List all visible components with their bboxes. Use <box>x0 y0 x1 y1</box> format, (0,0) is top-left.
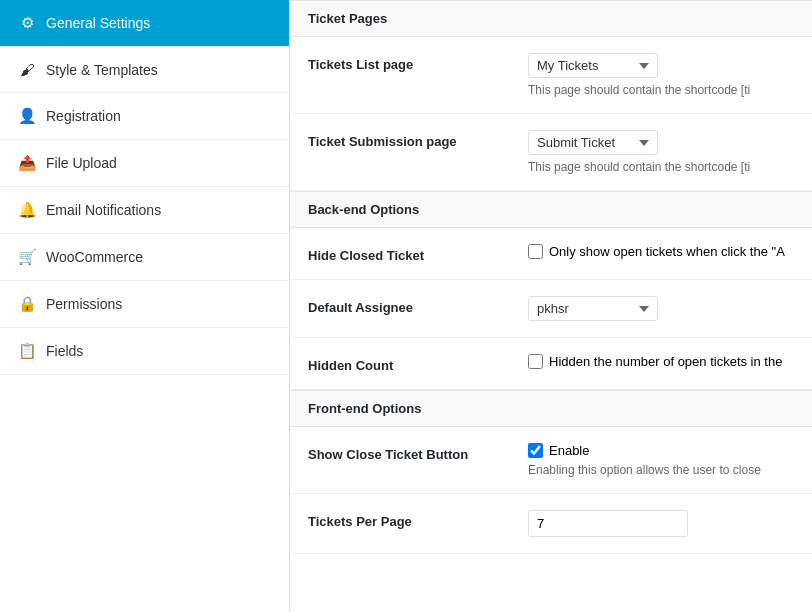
sidebar-item-fields[interactable]: 📋Fields <box>0 328 289 375</box>
sidebar-item-general-settings[interactable]: ⚙General Settings <box>0 0 289 47</box>
form-content-tickets-list-page: My TicketsAll TicketsThis page should co… <box>528 53 794 97</box>
form-label-tickets-list-page: Tickets List page <box>308 53 528 72</box>
style-templates-icon: 🖌 <box>18 61 36 78</box>
form-content-default-assignee: pkhsr <box>528 296 794 321</box>
input-tickets-per-page[interactable] <box>528 510 688 537</box>
sidebar-item-registration[interactable]: 👤Registration <box>0 93 289 140</box>
form-label-show-close-ticket-button: Show Close Ticket Button <box>308 443 528 462</box>
checkbox-row-hidden-count: Hidden the number of open tickets in the <box>528 354 794 369</box>
woocommerce-icon: 🛒 <box>18 248 36 266</box>
sidebar-item-file-upload[interactable]: 📤File Upload <box>0 140 289 187</box>
checkbox-label-show-close-ticket-button: Enable <box>549 443 589 458</box>
form-row-hide-closed-ticket: Hide Closed TicketOnly show open tickets… <box>290 228 812 280</box>
checkbox-label-hide-closed-ticket: Only show open tickets when click the "A <box>549 244 785 259</box>
checkbox-label-hidden-count: Hidden the number of open tickets in the <box>549 354 782 369</box>
sidebar-item-email-notifications[interactable]: 🔔Email Notifications <box>0 187 289 234</box>
form-row-default-assignee: Default Assigneepkhsr <box>290 280 812 338</box>
form-content-hidden-count: Hidden the number of open tickets in the <box>528 354 794 369</box>
sidebar-item-label-style-templates: Style & Templates <box>46 62 158 78</box>
form-content-show-close-ticket-button: EnableEnabling this option allows the us… <box>528 443 794 477</box>
file-upload-icon: 📤 <box>18 154 36 172</box>
form-content-ticket-submission-page: Submit TicketThis page should contain th… <box>528 130 794 174</box>
sidebar-item-permissions[interactable]: 🔒Permissions <box>0 281 289 328</box>
form-label-default-assignee: Default Assignee <box>308 296 528 315</box>
email-notifications-icon: 🔔 <box>18 201 36 219</box>
sidebar-item-label-woocommerce: WooCommerce <box>46 249 143 265</box>
sidebar-item-label-fields: Fields <box>46 343 83 359</box>
sidebar-item-label-permissions: Permissions <box>46 296 122 312</box>
sidebar-item-woocommerce[interactable]: 🛒WooCommerce <box>0 234 289 281</box>
fields-icon: 📋 <box>18 342 36 360</box>
form-content-tickets-per-page <box>528 510 794 537</box>
checkbox-row-hide-closed-ticket: Only show open tickets when click the "A <box>528 244 794 259</box>
checkbox-row-show-close-ticket-button: Enable <box>528 443 794 458</box>
select-default-assignee[interactable]: pkhsr <box>528 296 658 321</box>
form-label-hide-closed-ticket: Hide Closed Ticket <box>308 244 528 263</box>
form-row-ticket-submission-page: Ticket Submission pageSubmit TicketThis … <box>290 114 812 191</box>
main-content: Ticket PagesTickets List pageMy TicketsA… <box>290 0 812 612</box>
checkbox-hidden-count[interactable] <box>528 354 543 369</box>
section-header-backend-options: Back-end Options <box>290 191 812 228</box>
sidebar-item-label-registration: Registration <box>46 108 121 124</box>
form-content-hide-closed-ticket: Only show open tickets when click the "A <box>528 244 794 259</box>
sidebar-item-style-templates[interactable]: 🖌Style & Templates <box>0 47 289 93</box>
form-row-hidden-count: Hidden CountHidden the number of open ti… <box>290 338 812 390</box>
form-label-tickets-per-page: Tickets Per Page <box>308 510 528 529</box>
form-label-hidden-count: Hidden Count <box>308 354 528 373</box>
select-ticket-submission-page[interactable]: Submit Ticket <box>528 130 658 155</box>
sidebar-item-label-general-settings: General Settings <box>46 15 150 31</box>
permissions-icon: 🔒 <box>18 295 36 313</box>
general-settings-icon: ⚙ <box>18 14 36 32</box>
form-row-tickets-list-page: Tickets List pageMy TicketsAll TicketsTh… <box>290 37 812 114</box>
description-ticket-submission-page: This page should contain the shortcode [… <box>528 160 794 174</box>
checkbox-show-close-ticket-button[interactable] <box>528 443 543 458</box>
sidebar: ⚙General Settings🖌Style & Templates👤Regi… <box>0 0 290 612</box>
checkbox-hide-closed-ticket[interactable] <box>528 244 543 259</box>
form-row-show-close-ticket-button: Show Close Ticket ButtonEnableEnabling t… <box>290 427 812 494</box>
registration-icon: 👤 <box>18 107 36 125</box>
section-header-ticket-pages: Ticket Pages <box>290 0 812 37</box>
form-label-ticket-submission-page: Ticket Submission page <box>308 130 528 149</box>
description-tickets-list-page: This page should contain the shortcode [… <box>528 83 794 97</box>
select-tickets-list-page[interactable]: My TicketsAll Tickets <box>528 53 658 78</box>
description-show-close-ticket-button: Enabling this option allows the user to … <box>528 463 794 477</box>
form-row-tickets-per-page: Tickets Per Page <box>290 494 812 554</box>
sidebar-item-label-file-upload: File Upload <box>46 155 117 171</box>
section-header-frontend-options: Front-end Options <box>290 390 812 427</box>
sidebar-item-label-email-notifications: Email Notifications <box>46 202 161 218</box>
